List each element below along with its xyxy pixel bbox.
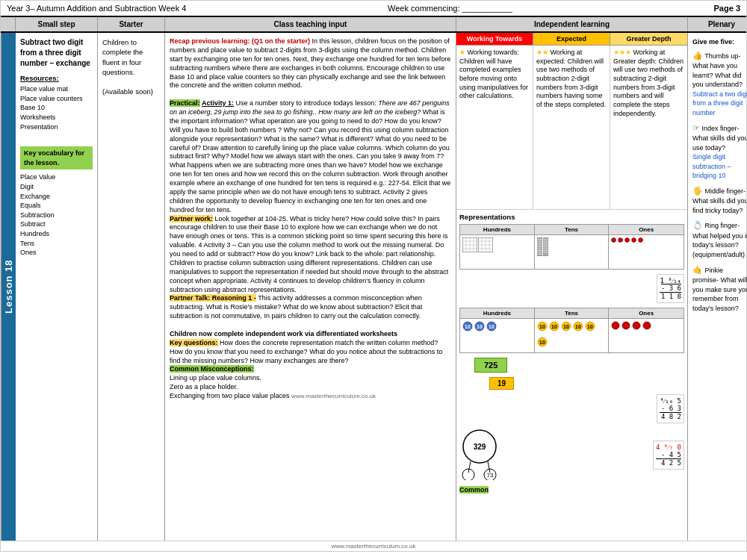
svg-point-64 [462,469,474,480]
partner-talk-label: Partner Talk: Reasoning 1 - [170,294,256,302]
col-header-small-step: Small step [16,17,98,31]
small-step-title: Subtract two digit from a three digit nu… [20,37,93,69]
vocab-subtract: Subtract [20,220,93,229]
misconceptions-body: Lining up place value columns.Zero as a … [170,374,290,399]
written-calc-1: 1 ⁹⁄₁₄ - 3 6 1 1 8 [657,274,684,303]
expected-content: ★★ Working at expected: Children will us… [533,46,610,209]
children-independent-statement: Children now complete independent work v… [170,330,397,337]
plenary-column: Give me five: 👍 Thumbs up- What have you… [688,33,747,541]
col-header-teaching: Class teaching input [165,17,456,31]
tens-cell-2: 10 10 10 10 10 10 [535,319,610,352]
page-title: Year 3– Autumn Addition and Subtraction … [7,4,186,13]
svg-point-37 [639,238,643,243]
svg-text:10: 10 [489,324,495,329]
pinkie: 🤙 Pinkie promise- What will you make sur… [692,264,747,314]
misconceptions-label: Common Misconceptions: [170,365,254,373]
svg-point-57 [622,322,630,329]
svg-text:10: 10 [551,324,557,329]
representations-title: Representations [459,213,684,221]
svg-text:10: 10 [539,324,545,329]
resource-place-value-counters: Place value counters [20,94,93,104]
activity1-label: Activity 1: [202,99,234,107]
recap-body: In this lesson, children focus on the po… [170,37,450,89]
thumbs-up: 👍 Thumbs up- What have you learnt? What … [692,50,747,118]
svg-text:329: 329 [474,443,486,451]
svg-point-34 [619,238,623,243]
ring-finger: 💍 Ring finger- What helped you in today'… [692,220,747,259]
svg-point-58 [633,322,640,329]
svg-text:10: 10 [587,324,593,329]
practical-label: Practical: [170,99,200,107]
col-header-indep: Independent learning [456,17,688,31]
middle-finger: 🖐 Middle finger- What skills did you fin… [692,185,747,216]
indep-column: Working Towards Expected Greater Depth ★… [456,33,688,541]
starter-available: (Available soon) [102,87,160,96]
expected-header: Expected [533,33,610,45]
vocab-hundreds: Hundreds [20,229,93,239]
vocab-tens: Tens [20,239,93,249]
svg-point-36 [632,238,636,243]
svg-point-59 [643,322,651,329]
greater-depth-header: Greater Depth [610,33,687,45]
plenary-title: Give me five: [692,37,747,47]
footer-url: www.masterthecurriculum.co.uk [291,393,376,399]
key-questions-label: Key questions: [170,339,218,346]
resource-base10: Base 10 [20,103,93,113]
number-19-box: 19 [489,377,514,390]
svg-point-56 [612,322,619,329]
ones-cell-1 [609,235,684,269]
ones-header: Ones [609,225,684,235]
hundreds-cell-1 [460,235,535,269]
col-header-plenary: Plenary [688,17,747,31]
week-commencing: Week commencing: ___________ [388,4,512,13]
vocab-box: Key vocabulary for the lesson. [20,146,93,169]
resource-worksheets: Worksheets [20,113,93,122]
working-towards-content: ★ Working towards: Children will have co… [456,46,533,209]
starter-column: Children to complete the fluent in four … [98,33,165,541]
number-725-box: 725 [474,358,507,373]
vocab-subtraction: Subtraction [20,211,93,220]
page-number: Page 3 [714,4,740,13]
resources-label: Resources: [20,73,93,83]
written-calc-2: ⁴⁄₁₆ 5 - 6 3 4 8 2 [657,394,684,423]
representations-section: Representations Hundreds Tens Ones [456,210,687,497]
col-header-starter: Starter [98,17,165,31]
vocab-exchange: Exchange [20,192,93,202]
svg-line-62 [468,461,471,473]
small-step-column: Subtract two digit from a three digit nu… [16,33,98,541]
teaching-column: Recap previous learning: (Q1 on the star… [165,33,456,541]
svg-point-35 [625,238,630,243]
ones-cell-2 [609,319,684,352]
resource-presentation: Presentation [20,122,93,132]
svg-text:10: 10 [465,324,471,329]
svg-text:10: 10 [575,324,581,329]
vocab-digit: Digit [20,182,93,192]
ones-header-2: Ones [609,308,684,319]
partner-body: Look together at 104-25. What is tricky … [170,215,448,293]
working-towards-header: Working Towards [456,33,533,45]
starter-text: Children to complete the fluent in four … [102,37,160,77]
svg-text:10: 10 [563,324,569,329]
partner-label: Partner work: [170,215,213,223]
recap-label: Recap previous learning: (Q1 on the star… [170,37,310,45]
vocab-equals: Equals [20,201,93,211]
written-calc-3: 4 ⁶⁄₇ 0 - 4 5 4 2 5 [653,441,684,470]
tens-cell-1 [535,235,610,269]
resource-place-value-mat: Place value mat [20,84,93,94]
vocab-place-value: Place Value [20,172,93,182]
hundreds-header: Hundreds [460,225,535,235]
tens-header: Tens [535,225,610,235]
index-finger: ☞ Index finger- What skills did you use … [692,122,747,181]
svg-text:10: 10 [477,324,483,329]
activity1-body: Use a number story to introduce todays l… [170,99,450,214]
vocab-ones: Ones [20,248,93,258]
lesson-number: Lesson 18 [1,33,16,541]
footer-url-bottom: www.masterthecurriculum.co.uk [332,543,416,550]
greater-depth-content: ★★★ Working at Greater depth: Children w… [610,46,687,209]
svg-point-33 [612,238,616,243]
hundreds-cell-2: 10 10 10 [460,319,535,352]
svg-text:10: 10 [539,340,545,345]
hundreds-header-2: Hundreds [460,308,535,319]
tens-header-2: Tens [535,308,610,319]
common-label: Common [459,486,684,494]
